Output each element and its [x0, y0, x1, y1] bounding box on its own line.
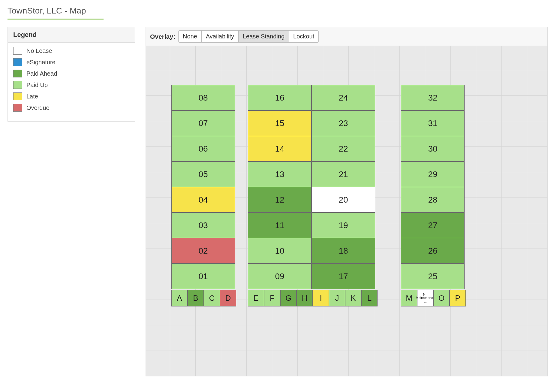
overlay-option-lease-standing[interactable]: Lease Standing	[238, 30, 289, 43]
unit-09[interactable]: 09	[248, 264, 312, 289]
overlay-label: Overlay:	[150, 33, 175, 40]
unit-18[interactable]: 18	[312, 238, 375, 264]
legend-panel: Legend No LeaseeSignaturePaid AheadPaid …	[8, 27, 135, 122]
unit-25[interactable]: 25	[401, 264, 465, 289]
legend-label: No Lease	[26, 47, 52, 54]
unit-30[interactable]: 30	[401, 136, 465, 161]
unit-i[interactable]: I	[313, 290, 329, 306]
unit-14[interactable]: 14	[248, 136, 312, 161]
unit-02[interactable]: 02	[171, 238, 235, 264]
unit-h[interactable]: H	[297, 290, 313, 306]
unit-d[interactable]: D	[220, 290, 236, 306]
overlay-toolbar: Overlay: NoneAvailabilityLease StandingL…	[146, 27, 547, 46]
overlay-button-group: NoneAvailabilityLease StandingLockout	[178, 30, 319, 43]
unit-28[interactable]: 28	[401, 187, 465, 213]
unit-20[interactable]: 20	[312, 187, 375, 213]
legend-swatch	[13, 47, 22, 55]
legend-item: No Lease	[13, 47, 129, 55]
unit-o[interactable]: O	[433, 290, 450, 306]
legend-item: eSignature	[13, 58, 129, 66]
unit-f[interactable]: F	[264, 290, 280, 306]
unit-26[interactable]: 26	[401, 238, 465, 264]
title-underline	[8, 19, 104, 20]
unit-16[interactable]: 16	[248, 85, 312, 110]
legend-label: Paid Up	[26, 82, 48, 89]
legend-swatch	[13, 58, 22, 66]
unit-06[interactable]: 06	[171, 136, 235, 161]
main-panel: Overlay: NoneAvailabilityLease StandingL…	[146, 27, 548, 376]
unit-g[interactable]: G	[280, 290, 297, 306]
legend-swatch	[13, 70, 22, 77]
unit-j[interactable]: J	[329, 290, 345, 306]
unit-15[interactable]: 15	[248, 110, 312, 136]
legend-swatch	[13, 92, 22, 100]
unit-23[interactable]: 23	[312, 110, 375, 136]
legend-body: No LeaseeSignaturePaid AheadPaid UpLateO…	[8, 43, 135, 121]
unit-07[interactable]: 07	[171, 110, 235, 136]
legend-label: eSignature	[26, 59, 56, 66]
unit-10[interactable]: 10	[248, 238, 312, 264]
unit-n-maintenance-[interactable]: N - Maintenance ...	[417, 290, 433, 306]
legend-item: Overdue	[13, 104, 129, 112]
unit-e[interactable]: E	[248, 290, 264, 306]
legend-label: Late	[26, 93, 38, 100]
overlay-option-lockout[interactable]: Lockout	[289, 30, 319, 43]
unit-08[interactable]: 08	[171, 85, 235, 110]
unit-c[interactable]: C	[204, 290, 220, 306]
overlay-option-availability[interactable]: Availability	[201, 30, 239, 43]
unit-l[interactable]: L	[361, 290, 378, 306]
unit-29[interactable]: 29	[401, 161, 465, 187]
legend-label: Paid Ahead	[26, 70, 57, 77]
unit-17[interactable]: 17	[312, 264, 375, 289]
unit-03[interactable]: 03	[171, 213, 235, 238]
legend-swatch	[13, 81, 22, 89]
unit-p[interactable]: P	[450, 290, 466, 306]
legend-item: Paid Ahead	[13, 70, 129, 77]
unit-32[interactable]: 32	[401, 85, 465, 110]
legend-swatch	[13, 104, 22, 112]
legend-item: Late	[13, 92, 129, 100]
unit-31[interactable]: 31	[401, 110, 465, 136]
unit-04[interactable]: 04	[171, 187, 235, 213]
unit-27[interactable]: 27	[401, 213, 465, 238]
map-canvas[interactable]: 0807060504030201ABCD16151413121110092423…	[146, 46, 547, 376]
unit-b[interactable]: B	[188, 290, 204, 306]
overlay-option-none[interactable]: None	[178, 30, 202, 43]
page-title: TownStor, LLC - Map	[0, 0, 557, 19]
unit-a[interactable]: A	[171, 290, 188, 306]
unit-01[interactable]: 01	[171, 264, 235, 289]
unit-k[interactable]: K	[345, 290, 361, 306]
unit-05[interactable]: 05	[171, 161, 235, 187]
unit-22[interactable]: 22	[312, 136, 375, 161]
legend-header: Legend	[8, 27, 135, 43]
unit-21[interactable]: 21	[312, 161, 375, 187]
unit-12[interactable]: 12	[248, 187, 312, 213]
unit-19[interactable]: 19	[312, 213, 375, 238]
unit-11[interactable]: 11	[248, 213, 312, 238]
legend-label: Overdue	[26, 104, 50, 111]
unit-24[interactable]: 24	[312, 85, 375, 110]
unit-m[interactable]: M	[401, 290, 417, 306]
legend-item: Paid Up	[13, 81, 129, 89]
unit-13[interactable]: 13	[248, 161, 312, 187]
